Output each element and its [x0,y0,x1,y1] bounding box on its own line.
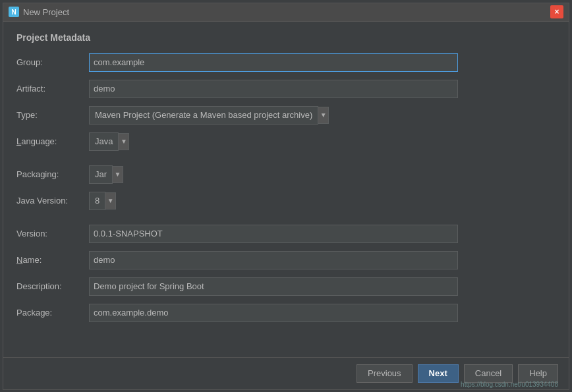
description-row: Description: [16,277,556,296]
version-row: Version: [16,225,556,243]
language-dropdown-text: Java [89,132,119,151]
type-row: Type: Maven Project (Generate a Maven ba… [16,106,556,125]
type-dropdown-container: Maven Project (Generate a Maven based pr… [89,106,329,125]
language-label: Language: [16,136,89,146]
language-row: Language: Java ▼ [16,132,556,151]
package-row: Package: [16,304,556,322]
type-label: Type: [16,110,89,120]
packaging-container: Jar ▼ [89,165,123,184]
new-project-icon: N [9,7,19,17]
java-version-row: Java Version: 8 ▼ [16,192,556,210]
language-dropdown-arrow[interactable]: ▼ [119,133,129,150]
java-version-container: 8 ▼ [89,192,116,210]
packaging-dropdown-text: Jar [89,165,113,184]
close-button[interactable]: × [550,5,563,18]
artifact-row: Artifact: [16,80,556,98]
type-dropdown-arrow[interactable]: ▼ [318,107,329,124]
name-label: Name: [16,255,89,265]
cancel-button[interactable]: Cancel [464,364,513,383]
dialog-footer: Previous Next Cancel Help https://blog.c… [3,357,569,389]
group-label: Group: [16,57,89,67]
previous-button[interactable]: Previous [357,364,413,383]
footer-url: https://blog.csdn.net/u013934408 [461,381,558,388]
packaging-label: Packaging: [16,169,89,179]
dialog-window: N New Project × Project Metadata Group: … [3,3,569,390]
java-version-dropdown-arrow[interactable]: ▼ [105,192,116,210]
description-label: Description: [16,281,89,291]
section-heading: Project Metadata [16,32,556,43]
version-input[interactable] [89,225,458,243]
packaging-dropdown-arrow[interactable]: ▼ [113,166,123,183]
group-input[interactable] [89,53,458,72]
help-button[interactable]: Help [518,364,558,383]
packaging-row: Packaging: Jar ▼ [16,165,556,184]
dialog-body: Project Metadata Group: Artifact: Type: … [3,22,569,357]
version-label: Version: [16,229,89,238]
description-input[interactable] [89,277,458,296]
java-version-dropdown-text: 8 [89,192,105,210]
type-dropdown-text: Maven Project (Generate a Maven based pr… [89,106,318,125]
language-container: Java ▼ [89,132,129,151]
package-label: Package: [16,308,89,318]
dialog-title: New Project [23,7,69,17]
name-row: Name: [16,251,556,269]
name-input[interactable] [89,251,458,269]
artifact-label: Artifact: [16,84,89,94]
title-bar: N New Project × [3,3,569,22]
package-input[interactable] [89,304,458,322]
group-row: Group: [16,53,556,72]
artifact-input[interactable] [89,80,458,98]
title-bar-left: N New Project [9,7,69,17]
java-version-label: Java Version: [16,196,89,206]
next-button[interactable]: Next [418,364,459,383]
